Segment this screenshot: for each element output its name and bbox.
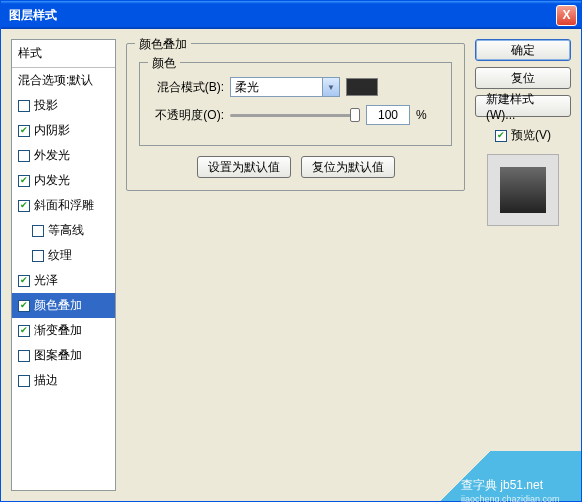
blend-mode-row: 混合模式(B): 柔光 ▼ [152, 77, 439, 97]
window-title: 图层样式 [5, 7, 556, 24]
styles-list-panel: 样式 混合选项:默认 投影内阴影外发光内发光斜面和浮雕等高线纹理光泽颜色叠加渐变… [11, 39, 116, 491]
list-item[interactable]: 内阴影 [12, 118, 115, 143]
list-item[interactable]: 光泽 [12, 268, 115, 293]
chevron-down-icon: ▼ [322, 78, 339, 96]
opacity-row: 不透明度(O): 100 % [152, 105, 439, 125]
styles-list: 混合选项:默认 投影内阴影外发光内发光斜面和浮雕等高线纹理光泽颜色叠加渐变叠加图… [12, 68, 115, 490]
close-icon: X [562, 8, 570, 22]
preview-checkbox[interactable] [495, 130, 507, 142]
ok-button[interactable]: 确定 [475, 39, 571, 61]
blend-mode-value: 柔光 [235, 79, 259, 96]
list-item[interactable]: 内发光 [12, 168, 115, 193]
style-checkbox[interactable] [32, 250, 44, 262]
list-item-label: 外发光 [34, 147, 70, 164]
blend-mode-select[interactable]: 柔光 ▼ [230, 77, 340, 97]
style-checkbox[interactable] [18, 350, 30, 362]
list-item-label: 等高线 [48, 222, 84, 239]
preview-thumbnail [500, 167, 546, 213]
style-checkbox[interactable] [18, 200, 30, 212]
list-item-label: 斜面和浮雕 [34, 197, 94, 214]
reset-default-button[interactable]: 复位为默认值 [301, 156, 395, 178]
opacity-slider[interactable] [230, 114, 360, 117]
style-checkbox[interactable] [18, 325, 30, 337]
list-item[interactable]: 颜色叠加 [12, 293, 115, 318]
list-item-label: 混合选项:默认 [18, 72, 93, 89]
action-panel: 确定 复位 新建样式(W)... 预览(V) [475, 39, 571, 491]
list-item-label: 渐变叠加 [34, 322, 82, 339]
new-style-button[interactable]: 新建样式(W)... [475, 95, 571, 117]
list-item-label: 描边 [34, 372, 58, 389]
default-buttons-row: 设置为默认值 复位为默认值 [139, 156, 452, 178]
style-checkbox[interactable] [18, 100, 30, 112]
style-checkbox[interactable] [18, 300, 30, 312]
style-checkbox[interactable] [18, 275, 30, 287]
style-checkbox[interactable] [18, 150, 30, 162]
blend-mode-label: 混合模式(B): [152, 79, 224, 96]
preview-label: 预览(V) [511, 127, 551, 144]
styles-header: 样式 [12, 40, 115, 68]
list-item-label: 内发光 [34, 172, 70, 189]
list-item[interactable]: 纹理 [12, 243, 115, 268]
list-item[interactable]: 渐变叠加 [12, 318, 115, 343]
list-item[interactable]: 斜面和浮雕 [12, 193, 115, 218]
color-group: 颜色 混合模式(B): 柔光 ▼ 不透明度(O): [139, 62, 452, 146]
list-item-label: 图案叠加 [34, 347, 82, 364]
opacity-unit: % [416, 108, 427, 122]
list-item-label: 内阴影 [34, 122, 70, 139]
cancel-button[interactable]: 复位 [475, 67, 571, 89]
preview-box [487, 154, 559, 226]
titlebar[interactable]: 图层样式 X [1, 1, 581, 29]
list-item[interactable]: 外发光 [12, 143, 115, 168]
style-checkbox[interactable] [18, 125, 30, 137]
opacity-input[interactable]: 100 [366, 105, 410, 125]
set-default-button[interactable]: 设置为默认值 [197, 156, 291, 178]
slider-thumb[interactable] [350, 108, 360, 122]
dialog-body: 样式 混合选项:默认 投影内阴影外发光内发光斜面和浮雕等高线纹理光泽颜色叠加渐变… [1, 29, 581, 501]
opacity-label: 不透明度(O): [152, 107, 224, 124]
style-checkbox[interactable] [18, 375, 30, 387]
list-item-blend-options[interactable]: 混合选项:默认 [12, 68, 115, 93]
layer-style-dialog: 图层样式 X 样式 混合选项:默认 投影内阴影外发光内发光斜面和浮雕等高线纹理光… [0, 0, 582, 502]
close-button[interactable]: X [556, 5, 577, 26]
color-overlay-section: 颜色叠加 颜色 混合模式(B): 柔光 ▼ 不透明度(O): [126, 43, 465, 191]
list-item-label: 纹理 [48, 247, 72, 264]
list-item[interactable]: 投影 [12, 93, 115, 118]
list-item[interactable]: 描边 [12, 368, 115, 393]
section-title: 颜色叠加 [135, 36, 191, 53]
list-item-label: 投影 [34, 97, 58, 114]
color-swatch[interactable] [346, 78, 378, 96]
preview-toggle-row[interactable]: 预览(V) [475, 127, 571, 144]
group-title: 颜色 [148, 55, 180, 72]
list-item[interactable]: 等高线 [12, 218, 115, 243]
style-checkbox[interactable] [32, 225, 44, 237]
options-panel: 颜色叠加 颜色 混合模式(B): 柔光 ▼ 不透明度(O): [126, 39, 465, 491]
list-item-label: 颜色叠加 [34, 297, 82, 314]
list-item-label: 光泽 [34, 272, 58, 289]
list-item[interactable]: 图案叠加 [12, 343, 115, 368]
style-checkbox[interactable] [18, 175, 30, 187]
